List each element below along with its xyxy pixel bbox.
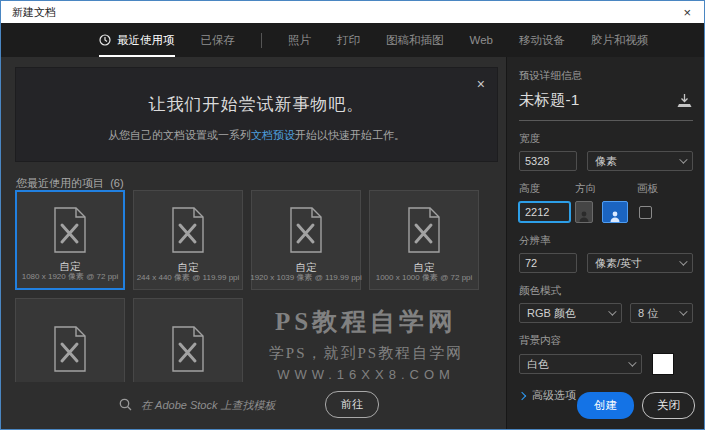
document-x-icon bbox=[286, 206, 326, 254]
close-icon: × bbox=[683, 5, 691, 20]
dialog-actions: 创建 关闭 bbox=[577, 392, 695, 419]
card-dims: 1080 x 1920 像素 @ 72 ppi bbox=[22, 272, 119, 282]
banner-subtitle: 从您自己的文档设置或一系列文档预设开始以快速开始工作。 bbox=[16, 128, 497, 143]
recent-count: (6) bbox=[110, 177, 123, 189]
tab-saved[interactable]: 已保存 bbox=[201, 24, 236, 57]
preset-details-panel: 预设详细信息 未标题-1 宽度 像素 高度 方向 画板 bbox=[506, 57, 704, 430]
tab-label: 照片 bbox=[288, 33, 311, 48]
tabbar: 最近使用项 已保存 照片 打印 图稿和插图 Web 移动设备 胶片和视频 bbox=[1, 23, 704, 57]
banner-close-button[interactable]: × bbox=[477, 77, 485, 91]
background-contents-select[interactable]: 白色 bbox=[519, 354, 642, 374]
card-dims: 244 x 440 像素 @ 119.99 ppi bbox=[137, 273, 240, 283]
tab-label: 移动设备 bbox=[519, 33, 565, 48]
window-close-button[interactable]: × bbox=[680, 6, 694, 19]
close-icon: × bbox=[477, 76, 485, 92]
new-document-dialog: 新建文档 × 最近使用项 已保存 照片 打印 图稿和插图 Web 移动设备 胶片… bbox=[0, 0, 705, 430]
width-label: 宽度 bbox=[519, 132, 693, 146]
document-x-icon bbox=[50, 325, 90, 373]
resolution-input[interactable] bbox=[519, 253, 577, 273]
artboard-checkbox[interactable] bbox=[639, 206, 652, 219]
close-button[interactable]: 关闭 bbox=[642, 392, 695, 419]
document-title-row: 未标题-1 bbox=[519, 90, 693, 121]
background-contents-label: 背景内容 bbox=[519, 334, 693, 348]
window-title: 新建文档 bbox=[12, 5, 56, 20]
background-color-swatch[interactable] bbox=[652, 353, 674, 375]
tab-art-illustration[interactable]: 图稿和插图 bbox=[386, 24, 444, 57]
color-mode-select[interactable]: RGB 颜色 bbox=[519, 303, 622, 323]
welcome-banner: × 让我们开始尝试新事物吧。 从您自己的文档设置或一系列文档预设开始以快速开始工… bbox=[15, 67, 498, 162]
chevron-right-icon bbox=[518, 391, 526, 399]
tab-recent[interactable]: 最近使用项 bbox=[99, 24, 175, 57]
document-x-icon bbox=[168, 325, 208, 373]
width-input[interactable] bbox=[519, 151, 577, 171]
tab-label: 胶片和视频 bbox=[591, 33, 649, 48]
width-unit-select[interactable]: 像素 bbox=[587, 151, 693, 171]
artboard-label: 画板 bbox=[637, 182, 658, 196]
resolution-unit-select[interactable]: 像素/英寸 bbox=[587, 253, 693, 273]
card-dims: 1920 x 1039 像素 @ 119.99 ppi bbox=[250, 273, 362, 283]
resolution-label: 分辨率 bbox=[519, 234, 693, 248]
clock-icon bbox=[99, 34, 111, 46]
card-name: 自定 bbox=[296, 261, 317, 273]
advanced-options-label: 高级选项 bbox=[532, 388, 576, 403]
titlebar: 新建文档 × bbox=[1, 1, 704, 23]
landscape-orientation-button[interactable] bbox=[602, 201, 628, 223]
tab-mobile[interactable]: 移动设备 bbox=[519, 24, 565, 57]
recent-files-area: × 让我们开始尝试新事物吧。 从您自己的文档设置或一系列文档预设开始以快速开始工… bbox=[1, 57, 506, 430]
recent-card[interactable] bbox=[133, 298, 243, 382]
tab-label: 图稿和插图 bbox=[386, 33, 444, 48]
recent-card[interactable]: 自定 1920 x 1039 像素 @ 119.99 ppi bbox=[251, 190, 361, 290]
chevron-down-icon bbox=[679, 257, 687, 265]
stock-search-bar: 前往 bbox=[119, 391, 379, 418]
stock-search-input[interactable] bbox=[141, 399, 316, 411]
document-x-icon bbox=[404, 206, 444, 254]
recent-card[interactable]: 自定 1000 x 1000 像素 @ 72 ppi bbox=[369, 190, 479, 290]
document-x-icon bbox=[168, 206, 208, 254]
card-name: 自定 bbox=[178, 261, 199, 273]
card-dims: 1000 x 1000 像素 @ 72 ppi bbox=[376, 273, 473, 283]
search-icon bbox=[119, 398, 132, 411]
tab-film-video[interactable]: 胶片和视频 bbox=[591, 24, 649, 57]
document-presets-link[interactable]: 文档预设 bbox=[251, 129, 295, 141]
chevron-down-icon bbox=[628, 358, 636, 366]
preset-details-label: 预设详细信息 bbox=[519, 69, 693, 83]
tab-divider bbox=[261, 33, 262, 48]
save-preset-icon[interactable] bbox=[676, 93, 693, 108]
document-x-icon bbox=[50, 206, 90, 254]
chevron-down-icon bbox=[679, 307, 687, 315]
tab-label: 打印 bbox=[337, 33, 360, 48]
card-name: 自定 bbox=[60, 260, 81, 272]
recent-card[interactable] bbox=[15, 298, 125, 382]
document-title[interactable]: 未标题-1 bbox=[519, 90, 579, 111]
color-mode-label: 颜色模式 bbox=[519, 284, 693, 298]
recent-section-label: 您最近使用的项目 (6) bbox=[16, 176, 124, 191]
card-name: 自定 bbox=[414, 261, 435, 273]
chevron-down-icon bbox=[608, 307, 616, 315]
recent-card[interactable]: 自定 244 x 440 像素 @ 119.99 ppi bbox=[133, 190, 243, 290]
go-button[interactable]: 前往 bbox=[325, 391, 379, 418]
create-button[interactable]: 创建 bbox=[577, 392, 634, 419]
orientation-label: 方向 bbox=[575, 182, 637, 196]
tab-print[interactable]: 打印 bbox=[337, 24, 360, 57]
tab-label: Web bbox=[470, 34, 493, 46]
landscape-icon bbox=[609, 210, 621, 222]
bit-depth-select[interactable]: 8 位 bbox=[630, 303, 693, 323]
tab-web[interactable]: Web bbox=[470, 25, 493, 55]
chevron-down-icon bbox=[679, 155, 687, 163]
tab-photo[interactable]: 照片 bbox=[288, 24, 311, 57]
tab-label: 已保存 bbox=[201, 33, 236, 48]
recent-card[interactable]: 自定 1080 x 1920 像素 @ 72 ppi bbox=[15, 190, 125, 290]
portrait-icon bbox=[578, 210, 590, 222]
tab-label: 最近使用项 bbox=[117, 33, 175, 48]
banner-title: 让我们开始尝试新事物吧。 bbox=[16, 93, 497, 116]
recent-cards-grid: 自定 1080 x 1920 像素 @ 72 ppi 自定 244 x 440 … bbox=[15, 190, 495, 382]
height-input[interactable] bbox=[519, 202, 570, 222]
portrait-orientation-button[interactable] bbox=[575, 201, 593, 223]
height-label: 高度 bbox=[519, 182, 575, 196]
